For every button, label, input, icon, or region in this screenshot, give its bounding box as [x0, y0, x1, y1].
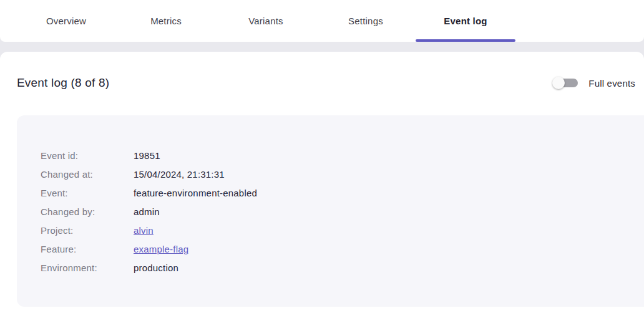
feature-tabs: Overview Metrics Variants Settings Event…: [16, 0, 644, 42]
full-events-label[interactable]: Full events: [588, 78, 635, 89]
tab-metrics-label: Metrics: [150, 16, 182, 26]
event-card: Event id: 19851 Changed at: 15/04/2024, …: [17, 115, 644, 307]
event-log-panel: Event log (8 of 8) Full events Event id:…: [0, 52, 644, 313]
toggle-switch[interactable]: [552, 75, 582, 91]
panel-header: Event log (8 of 8) Full events: [0, 52, 644, 91]
full-events-toggle[interactable]: Full events: [552, 75, 635, 91]
field-label-changed-at: Changed at:: [41, 169, 134, 180]
event-field-row: Changed by: admin: [41, 202, 632, 221]
field-label-project: Project:: [41, 225, 134, 236]
tab-overview-label: Overview: [46, 16, 86, 26]
project-link[interactable]: alvin: [134, 225, 154, 236]
event-field-row: Event id: 19851: [41, 146, 632, 165]
tab-event-log-label: Event log: [444, 16, 487, 26]
field-value-event-id: 19851: [134, 150, 160, 161]
tab-metrics[interactable]: Metrics: [116, 0, 216, 42]
field-label-environment: Environment:: [41, 262, 134, 273]
feature-tab-bar: Overview Metrics Variants Settings Event…: [0, 0, 644, 42]
field-value-changed-at: 15/04/2024, 21:31:31: [134, 169, 225, 180]
event-field-row: Event: feature-environment-enabled: [41, 183, 632, 202]
event-field-row: Environment: production: [41, 258, 632, 277]
field-label-changed-by: Changed by:: [41, 206, 134, 217]
tab-settings[interactable]: Settings: [316, 0, 416, 42]
event-field-row: Feature: example-flag: [41, 239, 632, 258]
page-title: Event log (8 of 8): [17, 75, 109, 91]
field-value-event: feature-environment-enabled: [134, 188, 257, 198]
field-label-feature: Feature:: [41, 244, 134, 254]
tab-event-log[interactable]: Event log: [416, 0, 515, 42]
tab-variants-label: Variants: [248, 16, 283, 26]
event-field-row: Changed at: 15/04/2024, 21:31:31: [41, 165, 632, 183]
tab-variants[interactable]: Variants: [216, 0, 316, 42]
event-field-row: Project: alvin: [41, 221, 632, 239]
field-label-event: Event:: [41, 188, 134, 198]
tab-settings-label: Settings: [348, 16, 383, 26]
toggle-knob: [552, 77, 565, 89]
tab-overview[interactable]: Overview: [16, 0, 116, 42]
field-value-changed-by: admin: [134, 206, 160, 217]
feature-link[interactable]: example-flag: [134, 244, 188, 254]
active-tab-indicator: [416, 39, 515, 42]
field-value-environment: production: [134, 262, 178, 273]
field-label-event-id: Event id:: [41, 150, 134, 161]
